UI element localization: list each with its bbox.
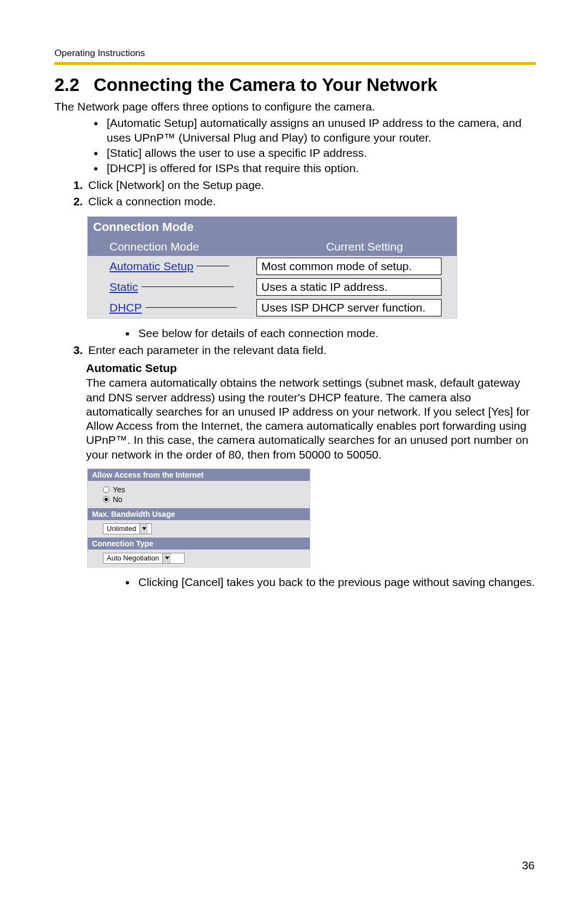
radio-icon[interactable] xyxy=(103,496,109,503)
connection-type-select[interactable]: Auto Negotiation xyxy=(103,553,185,564)
connector-line xyxy=(145,307,237,308)
running-head: Operating Instructions xyxy=(54,48,536,59)
connection-mode-header-row: Connection Mode Current Setting xyxy=(88,237,457,256)
connection-mode-desc: Uses ISP DHCP server function. xyxy=(256,299,442,316)
dhcp-link[interactable]: DHCP xyxy=(109,301,142,314)
connection-mode-row: Automatic Setup Most common mode of setu… xyxy=(88,256,457,277)
step2-note-list: See below for details of each connection… xyxy=(86,326,536,340)
radio-icon[interactable] xyxy=(103,486,109,493)
radio-no-row[interactable]: No xyxy=(103,495,310,504)
steps-list: Click [Network] on the Setup page. Click… xyxy=(54,178,536,209)
chevron-down-icon[interactable] xyxy=(139,524,148,534)
automatic-setup-link[interactable]: Automatic Setup xyxy=(109,260,193,273)
connection-type-select-value: Auto Negotiation xyxy=(107,554,159,562)
section-heading: 2.2Connecting the Camera to Your Network xyxy=(54,75,536,95)
step-1: Click [Network] on the Setup page. xyxy=(86,178,536,192)
connection-mode-row: Static Uses a static IP address. xyxy=(88,277,457,297)
settings-panel: Allow Access from the Internet Yes No Ma… xyxy=(87,468,310,568)
list-item: See below for details of each connection… xyxy=(136,326,536,340)
radio-yes-row[interactable]: Yes xyxy=(103,485,310,494)
connection-mode-desc: Most common mode of setup. xyxy=(256,258,442,275)
section-title-text: Connecting the Camera to Your Network xyxy=(94,75,437,95)
section-number: 2.2 xyxy=(54,75,94,95)
connector-line xyxy=(197,266,229,266)
static-link[interactable]: Static xyxy=(109,280,138,294)
connection-type-heading: Connection Type xyxy=(88,538,310,550)
steps-list-cont: Enter each parameter in the relevant dat… xyxy=(54,343,536,357)
header-rule xyxy=(54,62,536,65)
list-item: [Static] allows the user to use a specif… xyxy=(105,146,536,160)
step-3-text: Enter each parameter in the relevant dat… xyxy=(88,344,327,356)
connection-mode-title: Connection Mode xyxy=(88,217,457,237)
page-number: 36 xyxy=(522,859,535,872)
connection-mode-row: DHCP Uses ISP DHCP server function. xyxy=(88,297,457,318)
radio-yes-label: Yes xyxy=(113,485,125,494)
step-2: Click a connection mode. xyxy=(86,194,536,209)
connection-mode-col-right: Current Setting xyxy=(272,237,457,256)
bandwidth-heading: Max. Bandwidth Usage xyxy=(88,508,310,520)
connection-mode-panel: Connection Mode Connection Mode Current … xyxy=(87,216,457,319)
cancel-note-list: Clicking [Cancel] takes you back to the … xyxy=(86,575,536,589)
chevron-down-icon[interactable] xyxy=(162,553,171,563)
bandwidth-select[interactable]: Unlimited xyxy=(103,523,152,534)
intro-text: The Network page offers three options to… xyxy=(54,100,536,114)
connection-mode-desc: Uses a static IP address. xyxy=(256,278,442,296)
step-2-text: Click a connection mode. xyxy=(88,195,216,208)
allow-access-heading: Allow Access from the Internet xyxy=(88,469,310,481)
automatic-setup-paragraph: The camera automatically obtains the net… xyxy=(86,376,536,462)
bandwidth-select-value: Unlimited xyxy=(107,524,136,533)
intro-bullet-list: [Automatic Setup] automatically assigns … xyxy=(54,116,536,175)
list-item: [Automatic Setup] automatically assigns … xyxy=(105,116,536,145)
step-1-text: Click [Network] on the Setup page. xyxy=(88,179,264,191)
automatic-setup-subheading: Automatic Setup xyxy=(86,362,536,375)
list-item: Clicking [Cancel] takes you back to the … xyxy=(136,575,536,589)
connector-line xyxy=(142,286,234,287)
step-3: Enter each parameter in the relevant dat… xyxy=(86,343,536,357)
radio-no-label: No xyxy=(113,495,122,504)
list-item: [DHCP] is offered for ISPs that require … xyxy=(105,161,536,175)
connection-mode-col-left: Connection Mode xyxy=(88,237,272,256)
